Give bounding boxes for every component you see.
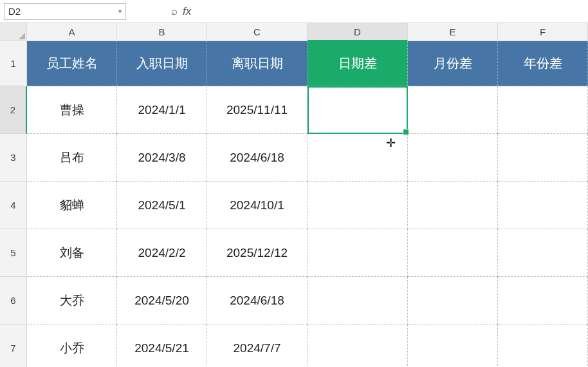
row-header-1[interactable]: 1 (0, 41, 27, 86)
row-header-6[interactable]: 6 (0, 277, 27, 325)
cell-F7[interactable] (498, 325, 588, 367)
formula-input[interactable] (196, 3, 584, 20)
select-all-corner[interactable] (0, 23, 27, 41)
col-header-A[interactable]: A (27, 23, 117, 41)
cell-A7[interactable]: 小乔 (27, 325, 117, 367)
spreadsheet-grid[interactable]: A B C D E F 1 员工姓名 入职日期 离职日期 日期差 月份差 年份差… (0, 23, 588, 367)
fx-icon[interactable]: fx (183, 5, 191, 18)
name-box[interactable]: D2 ▾ (4, 3, 126, 20)
cell-E2[interactable] (408, 86, 498, 134)
cell-D7[interactable] (308, 325, 408, 367)
cell-E3[interactable] (408, 134, 498, 182)
cell-E6[interactable] (408, 277, 498, 325)
cell-D6[interactable] (308, 277, 408, 325)
cell-B5[interactable]: 2024/2/2 (117, 229, 207, 277)
cell-F6[interactable] (498, 277, 588, 325)
row-header-7[interactable]: 7 (0, 325, 27, 367)
row-header-3[interactable]: 3 (0, 134, 27, 182)
header-cell-C1[interactable]: 离职日期 (207, 41, 308, 86)
cell-F2[interactable] (498, 86, 588, 134)
cell-C6[interactable]: 2024/6/18 (207, 277, 308, 325)
col-header-D[interactable]: D (308, 23, 408, 41)
cell-D3[interactable] (308, 134, 408, 182)
cell-A5[interactable]: 刘备 (27, 229, 117, 277)
cell-B3[interactable]: 2024/3/8 (117, 134, 207, 182)
col-header-C[interactable]: C (207, 23, 308, 41)
cell-B6[interactable]: 2024/5/20 (117, 277, 207, 325)
cell-C2[interactable]: 2025/11/11 (207, 86, 308, 134)
header-cell-E1[interactable]: 月份差 (408, 41, 498, 86)
row-header-4[interactable]: 4 (0, 182, 27, 229)
cell-C3[interactable]: 2024/6/18 (207, 134, 308, 182)
cell-C4[interactable]: 2024/10/1 (207, 182, 308, 229)
row-header-2[interactable]: 2 (0, 86, 27, 134)
formula-bar: D2 ▾ ⌕ fx (0, 0, 588, 23)
cell-B4[interactable]: 2024/5/1 (117, 182, 207, 229)
cell-A6[interactable]: 大乔 (27, 277, 117, 325)
col-header-E[interactable]: E (408, 23, 498, 41)
cell-E5[interactable] (408, 229, 498, 277)
col-header-B[interactable]: B (117, 23, 207, 41)
cell-D2[interactable] (308, 86, 408, 134)
zoom-icon[interactable]: ⌕ (171, 5, 178, 18)
cell-E7[interactable] (408, 325, 498, 367)
cell-C5[interactable]: 2025/12/12 (207, 229, 308, 277)
header-cell-A1[interactable]: 员工姓名 (27, 41, 117, 86)
cell-B2[interactable]: 2024/1/1 (117, 86, 207, 134)
cell-F5[interactable] (498, 229, 588, 277)
cell-F4[interactable] (498, 182, 588, 229)
cell-A3[interactable]: 吕布 (27, 134, 117, 182)
row-header-5[interactable]: 5 (0, 229, 27, 277)
cell-F3[interactable] (498, 134, 588, 182)
cell-C7[interactable]: 2024/7/7 (207, 325, 308, 367)
chevron-down-icon[interactable]: ▾ (118, 8, 122, 15)
name-box-value: D2 (8, 6, 21, 17)
cell-A2[interactable]: 曹操 (27, 86, 117, 134)
cell-E4[interactable] (408, 182, 498, 229)
cell-D5[interactable] (308, 229, 408, 277)
header-cell-F1[interactable]: 年份差 (498, 41, 588, 86)
header-cell-D1[interactable]: 日期差 (308, 41, 408, 86)
header-cell-B1[interactable]: 入职日期 (117, 41, 207, 86)
cell-B7[interactable]: 2024/5/21 (117, 325, 207, 367)
cell-D4[interactable] (308, 182, 408, 229)
col-header-F[interactable]: F (498, 23, 588, 41)
cell-A4[interactable]: 貂蝉 (27, 182, 117, 229)
